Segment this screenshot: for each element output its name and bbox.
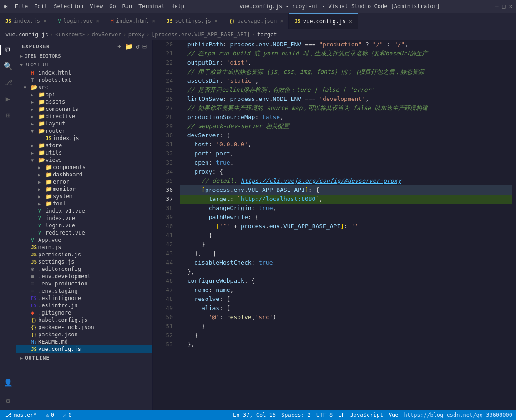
tab-close-index-html[interactable]: ✕ <box>152 18 155 24</box>
folder-icon: 📁 <box>46 200 53 207</box>
tree-item-views-tool[interactable]: ▶ 📁 tool <box>16 200 152 207</box>
tree-label: layout <box>46 120 65 127</box>
activity-settings[interactable]: ⚙ <box>0 393 16 408</box>
tree-item-layout[interactable]: ▶ 📁 layout <box>16 120 152 127</box>
tree-item-env-development[interactable]: ≡ .env.development <box>16 273 152 280</box>
activity-search[interactable]: 🔍 <box>0 58 16 74</box>
refresh-icon[interactable]: ↺ <box>136 43 140 50</box>
framework[interactable]: Vue <box>389 412 399 418</box>
minimize-button[interactable]: ─ <box>495 3 498 10</box>
tree-item-index-html[interactable]: H index.html <box>16 69 152 76</box>
tree-item-vue-config-js[interactable]: JS vue.config.js <box>16 345 152 353</box>
tree-item-readme-md[interactable]: M↓ README.md <box>16 338 152 345</box>
tab-label-settings-js: settings.js <box>175 18 211 24</box>
line-number: 30 <box>157 131 173 140</box>
tree-item-components[interactable]: ▶ 📁 components <box>16 105 152 113</box>
activity-explorer[interactable]: ⧉ <box>0 42 16 57</box>
breadcrumb-item-5[interactable]: target <box>257 31 277 38</box>
tree-item-src[interactable]: ▼ 📂 src <box>16 84 152 91</box>
tree-item-package-json-root[interactable]: {} package.json <box>16 331 152 338</box>
language-mode[interactable]: JavaScript <box>350 412 383 418</box>
activity-account[interactable]: 👤 <box>0 375 16 390</box>
explorer-icon: ⧉ <box>5 45 10 54</box>
tree-item-directive[interactable]: ▶ 📁 directive <box>16 113 152 120</box>
breadcrumb-item-4[interactable]: [process.env.VUE_APP_BASE_API] <box>152 31 250 38</box>
tab-close-index-js[interactable]: ✕ <box>43 18 46 24</box>
encoding[interactable]: UTF-8 <box>316 412 333 418</box>
menu-edit[interactable]: Edit <box>34 3 47 10</box>
breadcrumb-item-3[interactable]: proxy <box>128 31 145 38</box>
code-area[interactable]: publicPath: process.env.NODE_ENV === "pr… <box>177 40 516 410</box>
tree-item-editorconfig[interactable]: ⚙ .editorconfig <box>16 265 152 273</box>
tree-item-index-v1-vue[interactable]: V index_v1.vue <box>16 207 152 215</box>
statusbar-warnings[interactable]: △ 0 <box>61 412 73 418</box>
maximize-button[interactable]: □ <box>502 3 506 10</box>
tree-item-store[interactable]: ▶ 📁 store <box>16 142 152 149</box>
tree-item-views-components[interactable]: ▶ 📁 components <box>16 164 152 171</box>
menu-terminal[interactable]: Terminal <box>138 3 165 10</box>
tree-item-router[interactable]: ▼ 📂 router <box>16 127 152 135</box>
tree-item-robots-txt[interactable]: T robots.txt <box>16 76 152 84</box>
tree-item-eslintignore[interactable]: ESL .eslintignore <box>16 295 152 302</box>
tab-index-html[interactable]: H index.html ✕ <box>105 13 161 29</box>
cursor-position[interactable]: Ln 37, Col 16 <box>233 412 276 418</box>
tree-item-settings-js-src[interactable]: JS settings.js <box>16 258 152 265</box>
breadcrumb-item-1[interactable]: <unknown> <box>55 31 85 38</box>
collapse-icon[interactable]: ⊟ <box>142 43 147 50</box>
breadcrumb-item-0[interactable]: vue.config.js <box>5 31 48 38</box>
tree-item-views[interactable]: ▼ 📂 views <box>16 156 152 164</box>
tree-item-gitignore[interactable]: ◆ .gitignore <box>16 309 152 316</box>
tab-close-login-vue[interactable]: ✕ <box>96 18 99 24</box>
tree-item-package-lock-json[interactable]: {} package-lock.json <box>16 324 152 331</box>
menu-run[interactable]: Run <box>122 3 132 10</box>
tree-item-views-dashboard[interactable]: ▶ 📁 dashboard <box>16 171 152 178</box>
editor-content[interactable]: 20 21 22 23 24 25 26 27 28 29 30 31 32 3… <box>153 40 516 410</box>
close-button[interactable]: ✕ <box>509 3 512 10</box>
tree-item-env-staging[interactable]: ≡ .env.staging <box>16 287 152 295</box>
tree-item-index-vue[interactable]: V index.vue <box>16 215 152 222</box>
tree-item-app-vue[interactable]: V App.vue <box>16 236 152 244</box>
tree-item-utils[interactable]: ▶ 📁 utils <box>16 149 152 156</box>
tree-item-assets[interactable]: ▶ 📁 assets <box>16 98 152 105</box>
tree-item-login-vue-src[interactable]: V login.vue <box>16 222 152 229</box>
menu-selection[interactable]: Selection <box>54 3 83 10</box>
activity-source-control[interactable]: ⎇ <box>0 75 16 90</box>
open-editors-section[interactable]: ▶ OPEN EDITORS <box>16 52 152 60</box>
activity-extensions[interactable]: ⊞ <box>0 107 16 123</box>
tab-close-settings-js[interactable]: ✕ <box>214 18 218 24</box>
new-file-icon[interactable]: + <box>117 43 122 50</box>
tree-item-views-monitor[interactable]: ▶ 📁 monitor <box>16 185 152 193</box>
tab-close-package-json[interactable]: ✕ <box>280 18 283 24</box>
tree-item-views-system[interactable]: ▶ 📁 system <box>16 193 152 200</box>
link[interactable]: https://blog.csdn.net/qq_33608000 <box>404 412 512 418</box>
tree-item-main-js[interactable]: JS main.js <box>16 244 152 251</box>
line-ending[interactable]: LF <box>338 412 344 418</box>
menu-view[interactable]: View <box>90 3 103 10</box>
spaces[interactable]: Spaces: 2 <box>281 412 311 418</box>
breadcrumb-item-2[interactable]: devServer <box>91 31 121 38</box>
outline-header[interactable]: ▶ OUTLINE <box>20 355 149 361</box>
tree-item-views-error[interactable]: ▶ 📁 error <box>16 178 152 185</box>
tree-item-env-production[interactable]: ≡ .env.production <box>16 280 152 287</box>
statusbar-errors[interactable]: ⚠ 0 <box>44 412 56 418</box>
tree-item-api[interactable]: ▶ 📁 api <box>16 91 152 98</box>
tree-item-eslintrc-js[interactable]: ESL .eslintrc.js <box>16 302 152 309</box>
tree-item-redirect-vue[interactable]: V redirect.vue <box>16 229 152 236</box>
tab-index-js[interactable]: JS index.js ✕ <box>0 13 52 29</box>
line-numbers: 20 21 22 23 24 25 26 27 28 29 30 31 32 3… <box>153 40 177 410</box>
statusbar-branch[interactable]: ⎇ master* <box>4 412 39 418</box>
menu-go[interactable]: Go <box>109 3 116 10</box>
new-folder-icon[interactable]: 📁 <box>125 43 133 50</box>
activity-debug[interactable]: ▶ <box>0 91 16 106</box>
tab-close-vue-config-js[interactable]: ✕ <box>349 18 352 25</box>
tab-package-json[interactable]: {} package.json ✕ <box>223 13 289 29</box>
tab-vue-config-js[interactable]: JS vue.config.js ✕ <box>289 13 358 29</box>
project-header[interactable]: ▼ RUOYI-UI <box>16 60 152 69</box>
tree-item-router-index[interactable]: JS index.js <box>16 135 152 142</box>
tree-item-babel-config-js[interactable]: {} babel.config.js <box>16 316 152 324</box>
tree-item-permission-js[interactable]: JS permission.js <box>16 251 152 258</box>
menu-help[interactable]: Help <box>171 3 184 10</box>
tab-login-vue[interactable]: V login.vue ✕ <box>52 13 105 29</box>
menu-file[interactable]: File <box>15 3 28 10</box>
tab-settings-js[interactable]: JS settings.js ✕ <box>161 13 223 29</box>
